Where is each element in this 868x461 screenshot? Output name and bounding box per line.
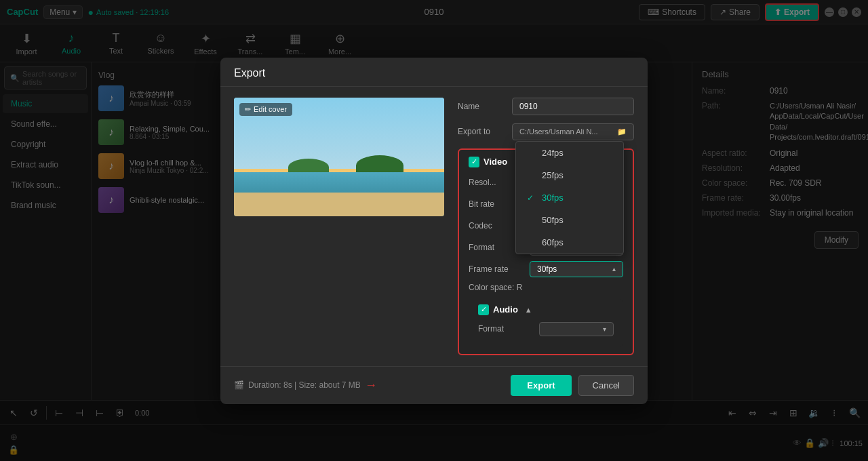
film-icon: 🎬	[234, 380, 244, 390]
video-checkbox[interactable]: ✓	[469, 157, 479, 167]
framerate-option-25[interactable]: 25fps	[516, 164, 623, 186]
name-field: Name	[458, 98, 634, 115]
name-input[interactable]	[512, 98, 634, 115]
audio-format-row: Format ▾	[478, 322, 614, 336]
cover-preview: ✏ Edit cover	[234, 98, 444, 216]
audio-checkbox[interactable]: ✓	[478, 304, 489, 315]
audio-section-title: Audio	[493, 304, 518, 315]
pencil-icon: ✏	[245, 105, 251, 114]
colorspace-row: Color space: R	[469, 283, 623, 292]
framerate-option-24[interactable]: 24fps	[516, 142, 623, 164]
video-section-title: Video	[484, 157, 507, 167]
sand-bg	[234, 193, 444, 216]
framerate-option-60[interactable]: 60fps	[516, 231, 623, 254]
framerate-dropdown: 24fps 25fps ✓ 30fps 50fps 60fps	[515, 141, 624, 254]
footer-buttons: Export Cancel	[511, 375, 634, 396]
dialog-footer: 🎬 Duration: 8s | Size: about 7 MB → Expo…	[220, 366, 648, 404]
export-to-label: Export to	[458, 127, 512, 136]
audio-section: ✓ Audio ▲ Format ▾	[469, 299, 623, 347]
export-path-selector[interactable]: C:/Users/Usman Ali N... 📁	[512, 123, 634, 140]
dialog-export-button[interactable]: Export	[511, 375, 571, 396]
checkmark-icon: ✓	[527, 193, 536, 203]
framerate-label: Frame rate	[469, 264, 530, 274]
audio-format-select[interactable]: ▾	[539, 322, 614, 336]
audio-expand-icon[interactable]: ▲	[525, 306, 532, 314]
arrow-icon: →	[365, 378, 377, 393]
name-label: Name	[458, 102, 512, 111]
chevron-up-icon: ▴	[612, 265, 616, 273]
modal-overlay: Export ✏ Edit c	[0, 0, 868, 461]
framerate-option-30[interactable]: ✓ 30fps	[516, 186, 623, 209]
footer-info: 🎬 Duration: 8s | Size: about 7 MB →	[234, 378, 377, 393]
framerate-row: Frame rate 30fps ▴	[469, 261, 623, 277]
dialog-title: Export	[234, 67, 265, 79]
edit-cover-button[interactable]: ✏ Edit cover	[239, 103, 292, 116]
audio-section-header: ✓ Audio ▲	[478, 304, 614, 315]
dialog-cancel-button[interactable]: Cancel	[578, 375, 634, 396]
framerate-select[interactable]: 30fps ▴	[530, 261, 623, 277]
colorspace-label: Color space: R	[469, 283, 530, 292]
framerate-option-50[interactable]: 50fps	[516, 209, 623, 231]
audio-format-label: Format	[478, 324, 539, 334]
dialog-cover-section: ✏ Edit cover	[234, 98, 444, 355]
export-to-field: Export to C:/Users/Usman Ali N... 📁	[458, 123, 634, 140]
dialog-header: Export	[220, 58, 648, 87]
folder-icon[interactable]: 📁	[617, 127, 627, 136]
chevron-down-icon: ▾	[603, 325, 606, 333]
